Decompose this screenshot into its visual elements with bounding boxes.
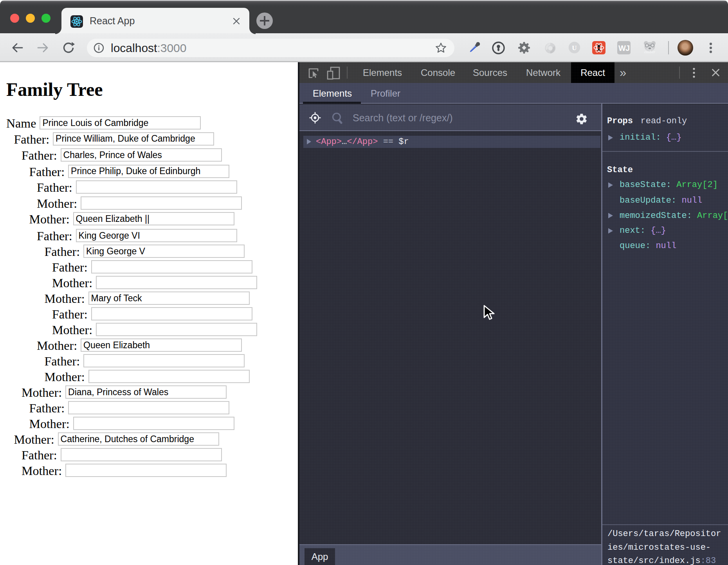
svg-text:ember: ember: [644, 49, 656, 54]
svg-text:WJ: WJ: [618, 44, 629, 52]
svg-text:U: U: [572, 44, 577, 52]
